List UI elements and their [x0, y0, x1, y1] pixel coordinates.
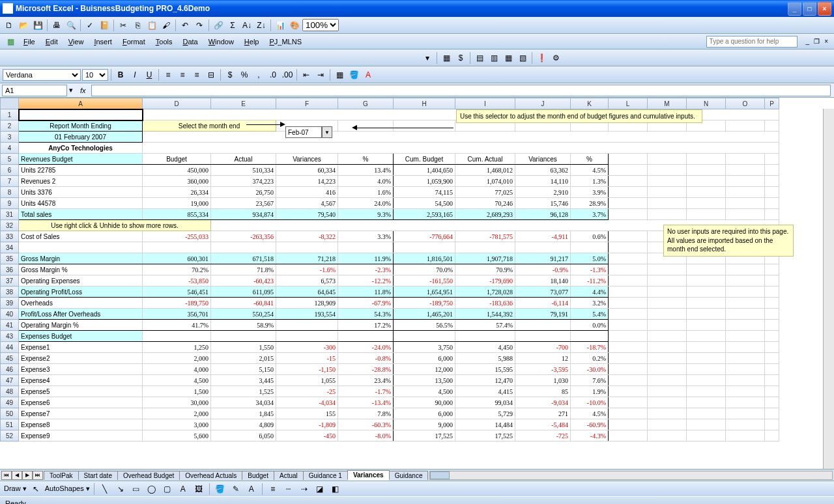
cell[interactable]: Profit/Loss After Overheads: [19, 309, 143, 320]
col-header-I[interactable]: I: [455, 98, 515, 109]
cell[interactable]: Cum. Actual: [455, 154, 515, 165]
autosum-icon[interactable]: Σ: [226, 19, 239, 32]
underline-button[interactable]: U: [143, 68, 156, 81]
mdi-minimize-icon[interactable]: _: [804, 38, 812, 45]
cell[interactable]: 5,988: [455, 353, 515, 364]
row-header[interactable]: 4: [1, 143, 19, 154]
row-header[interactable]: 5: [1, 154, 19, 165]
chart-icon[interactable]: 📊: [274, 19, 287, 32]
cell[interactable]: 28.9%: [571, 198, 609, 209]
cell[interactable]: 57.4%: [455, 320, 515, 331]
cell[interactable]: 5,600: [143, 430, 211, 441]
merge-center-icon[interactable]: ⊟: [205, 68, 218, 81]
cell[interactable]: 3.9%: [571, 187, 609, 198]
cell[interactable]: Expense6: [19, 397, 143, 408]
minimize-button[interactable]: _: [788, 2, 801, 16]
table-icon[interactable]: ▤: [473, 51, 486, 64]
mdi-restore-icon[interactable]: ❐: [812, 38, 822, 45]
open-icon[interactable]: 📂: [17, 19, 30, 32]
3d-icon[interactable]: ◧: [329, 483, 342, 496]
cell[interactable]: [515, 320, 571, 331]
cell[interactable]: 41.7%: [143, 320, 211, 331]
cell[interactable]: 671,518: [211, 253, 276, 264]
row-header[interactable]: 8: [1, 187, 19, 198]
select-objects-icon[interactable]: ↖: [29, 483, 42, 496]
cell[interactable]: -60.9%: [571, 419, 609, 430]
textbox-icon[interactable]: ▢: [161, 483, 174, 496]
cell[interactable]: 60,334: [276, 165, 338, 176]
autoshapes-menu[interactable]: AutoShapes ▾: [45, 484, 90, 493]
draw-menu[interactable]: Draw ▾: [4, 484, 27, 493]
cell[interactable]: 64,645: [276, 287, 338, 298]
line-style-icon[interactable]: ≡: [266, 483, 280, 496]
clipart-icon[interactable]: 🖼: [192, 483, 205, 496]
cell[interactable]: 1,550: [211, 342, 276, 353]
cell[interactable]: -450: [276, 430, 338, 441]
undo-icon[interactable]: ↶: [179, 19, 192, 32]
arrow-icon[interactable]: ↘: [114, 483, 127, 496]
cell[interactable]: 19,000: [143, 198, 211, 209]
row-header[interactable]: 33: [1, 231, 19, 242]
cell[interactable]: 416: [276, 187, 338, 198]
tab-last-icon[interactable]: ⏭: [33, 471, 43, 480]
cell-A1[interactable]: [19, 109, 143, 120]
copy-icon[interactable]: ⎘: [131, 19, 144, 32]
horizontal-scrollbar[interactable]: [429, 471, 833, 480]
cell[interactable]: 5,150: [211, 364, 276, 375]
row-header[interactable]: 37: [1, 275, 19, 287]
cell[interactable]: -1,809: [276, 419, 338, 430]
row-header[interactable]: 9: [1, 198, 19, 209]
cell[interactable]: Report Month Ending: [19, 120, 143, 132]
cell[interactable]: 70.2%: [143, 264, 211, 275]
cell[interactable]: 1.3%: [571, 176, 609, 187]
arrow-style-icon[interactable]: ⇢: [298, 483, 311, 496]
cell[interactable]: 550,254: [211, 309, 276, 320]
cell[interactable]: 4,000: [143, 364, 211, 375]
cell[interactable]: 9,000: [394, 419, 455, 430]
cell[interactable]: Gross Margin %: [19, 264, 143, 275]
cell[interactable]: 1,059,900: [394, 176, 455, 187]
cell[interactable]: 7.8%: [338, 408, 394, 419]
group-icon[interactable]: ▦: [502, 51, 515, 64]
cell[interactable]: -6,114: [515, 298, 571, 309]
cell[interactable]: 5.0%: [571, 253, 609, 264]
save-icon[interactable]: 💾: [31, 19, 44, 32]
cell[interactable]: 2,015: [211, 353, 276, 364]
cell[interactable]: 1,907,718: [455, 253, 515, 264]
row-header[interactable]: 40: [1, 309, 19, 320]
cell[interactable]: 2,910: [515, 187, 571, 198]
cell[interactable]: 0.2%: [571, 353, 609, 364]
font-name-select[interactable]: Verdana: [3, 69, 81, 81]
currency-icon[interactable]: $: [454, 51, 467, 64]
cell[interactable]: 3,000: [143, 419, 211, 430]
cell[interactable]: -2.3%: [338, 264, 394, 275]
cell[interactable]: 71.8%: [211, 264, 276, 275]
cell[interactable]: 4,500: [143, 375, 211, 386]
cell[interactable]: 79,191: [515, 309, 571, 320]
cell[interactable]: Overheads: [19, 298, 143, 309]
cell[interactable]: 12,470: [455, 375, 515, 386]
month-end-input[interactable]: [285, 126, 322, 138]
month-end-selector[interactable]: ▼: [285, 126, 332, 138]
col-header-D[interactable]: D: [143, 98, 211, 109]
cell[interactable]: 3,750: [394, 342, 455, 353]
col-header-L[interactable]: L: [609, 98, 648, 109]
sheet-tab[interactable]: ToolPak: [44, 471, 79, 480]
cell[interactable]: Cost of Sales: [19, 231, 143, 242]
dash-style-icon[interactable]: ┄: [282, 483, 295, 496]
cell[interactable]: 18,140: [515, 275, 571, 287]
cell[interactable]: -263,356: [211, 231, 276, 242]
increase-indent-icon[interactable]: ⇥: [314, 68, 327, 81]
cell[interactable]: -67.9%: [338, 298, 394, 309]
cell[interactable]: 3.2%: [571, 298, 609, 309]
menu-view[interactable]: View: [65, 36, 88, 47]
cell[interactable]: -0.9%: [515, 264, 571, 275]
pivot-icon[interactable]: ▦: [440, 51, 453, 64]
cell[interactable]: 17,525: [394, 430, 455, 441]
cell[interactable]: Expense8: [19, 419, 143, 430]
cell[interactable]: Units 22785: [19, 165, 143, 176]
cell[interactable]: 91,217: [515, 253, 571, 264]
menu-pjmlns[interactable]: PJ_MLNS: [265, 36, 306, 47]
col-header-N[interactable]: N: [687, 98, 726, 109]
cell[interactable]: 23.4%: [338, 375, 394, 386]
